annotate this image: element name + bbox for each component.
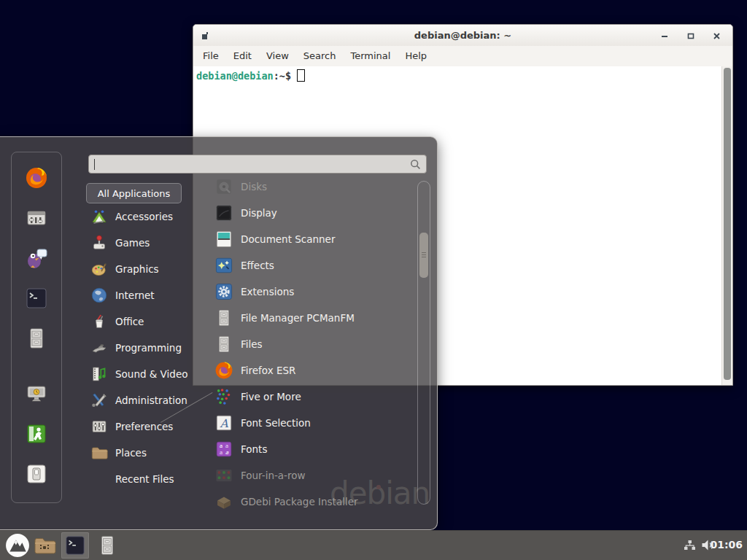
- category-office[interactable]: Office: [86, 308, 192, 335]
- programming-icon: [90, 339, 108, 357]
- category-label: Places: [115, 447, 147, 459]
- menu-search-box[interactable]: [88, 155, 427, 174]
- app-label: Disks: [241, 181, 267, 192]
- app-fonts[interactable]: aaaaFonts: [193, 436, 412, 462]
- app-five-or-more[interactable]: Five or More: [193, 384, 412, 410]
- category-label: Office: [115, 316, 144, 327]
- category-preferences[interactable]: Preferences: [86, 413, 192, 440]
- app-extensions[interactable]: Extensions: [193, 279, 412, 305]
- app-display[interactable]: Display: [193, 200, 412, 226]
- search-input[interactable]: [95, 157, 406, 171]
- app-gdebi-package-installer: GDebi Package Installer: [193, 489, 412, 511]
- category-graphics[interactable]: Graphics: [86, 256, 192, 282]
- maximize-icon[interactable]: [687, 32, 696, 41]
- favorite-lock-screen[interactable]: [25, 382, 48, 408]
- terminal-menu-terminal[interactable]: Terminal: [343, 46, 398, 66]
- terminal-icon: [25, 287, 48, 310]
- terminal-menu-edit[interactable]: Edit: [226, 46, 259, 66]
- file-cabinet-icon: [96, 534, 118, 556]
- category-all-applications[interactable]: All Applications: [86, 183, 182, 203]
- display-icon: [214, 203, 233, 222]
- menu-scrollbar[interactable]: [417, 181, 430, 505]
- places-icon: [90, 444, 108, 462]
- category-label: Sound & Video: [115, 368, 187, 380]
- app-label: Files: [241, 338, 263, 350]
- app-document-scanner[interactable]: Document Scanner: [193, 226, 412, 252]
- scanner-icon: [214, 230, 233, 249]
- taskbar-button-file-manager-desktop[interactable]: [31, 532, 58, 559]
- terminal-menu-file[interactable]: File: [196, 46, 226, 66]
- favorite-messenger[interactable]: [25, 246, 48, 273]
- terminal-scrollbar[interactable]: [721, 66, 732, 385]
- svg-text:A: A: [219, 417, 228, 430]
- category-games[interactable]: Games: [86, 230, 192, 256]
- app-label: Extensions: [241, 286, 294, 298]
- sound-video-icon: [90, 365, 108, 383]
- network-tray-icon[interactable]: [684, 540, 696, 551]
- file-cabinet-icon: [25, 327, 48, 350]
- category-places[interactable]: Places: [86, 440, 192, 466]
- category-label: Graphics: [115, 263, 159, 275]
- terminal-menu-search[interactable]: Search: [296, 46, 344, 66]
- favorite-firefox[interactable]: [25, 166, 48, 192]
- app-firefox-esr[interactable]: Firefox ESR: [193, 357, 412, 384]
- games-icon: [90, 234, 108, 252]
- extensions-icon: [214, 282, 233, 301]
- font-selection-icon: A: [214, 413, 233, 432]
- svg-text:a: a: [220, 449, 222, 456]
- terminal-menubar: FileEditViewSearchTerminalHelp: [193, 46, 732, 67]
- taskbar-button-terminal[interactable]: [61, 532, 89, 559]
- pidgin-icon: [25, 246, 48, 270]
- category-recent-files[interactable]: Recent Files: [86, 466, 192, 492]
- app-label: File Manager PCManFM: [241, 312, 355, 324]
- app-label: Font Selection: [241, 417, 311, 429]
- svg-text:a: a: [225, 443, 228, 449]
- favorite-control-center[interactable]: [25, 206, 48, 233]
- taskbar: 01:06: [0, 530, 747, 560]
- taskbar-folder-icon: [33, 534, 56, 557]
- graphics-icon: [90, 260, 108, 278]
- favorite-file-manager[interactable]: [25, 327, 48, 353]
- menu-scrollbar-thumb[interactable]: [419, 233, 428, 278]
- category-sound-video[interactable]: Sound & Video: [86, 361, 192, 387]
- minimize-icon[interactable]: [661, 32, 670, 41]
- five-or-more-icon: [214, 387, 233, 406]
- favorite-terminal[interactable]: [25, 287, 48, 313]
- app-label: Four-in-a-row: [241, 470, 306, 481]
- app-four-in-a-row: Four-in-a-row: [193, 462, 412, 489]
- prompt-path: :~$: [274, 70, 291, 82]
- app-label: Effects: [241, 260, 274, 271]
- favorite-log-out[interactable]: [25, 422, 48, 448]
- firefox-icon: [25, 166, 48, 190]
- app-files[interactable]: Files: [193, 331, 412, 357]
- favorite-shut-down[interactable]: [25, 462, 48, 489]
- category-accessories[interactable]: Accessories: [86, 203, 192, 230]
- screensaver-icon: [25, 382, 48, 405]
- taskbar-clock[interactable]: 01:06: [710, 539, 743, 551]
- category-administration[interactable]: Administration: [86, 387, 192, 413]
- svg-text:a: a: [220, 443, 222, 449]
- terminal-scrollbar-thumb[interactable]: [724, 68, 731, 380]
- internet-icon: [90, 287, 108, 304]
- terminal-menu-help[interactable]: Help: [398, 46, 434, 66]
- terminal-prompt: debian@debian:~$: [196, 69, 305, 82]
- close-icon[interactable]: [713, 32, 721, 41]
- administration-icon: [90, 392, 108, 409]
- terminal-titlebar[interactable]: debian@debian: ~: [193, 25, 732, 47]
- app-effects[interactable]: Effects: [193, 252, 412, 279]
- search-icon: [410, 159, 421, 170]
- control-center-icon: [25, 206, 48, 230]
- shutdown-icon: [25, 462, 48, 486]
- app-file-manager-pcmanfm[interactable]: File Manager PCManFM: [193, 305, 412, 331]
- terminal-icon: [64, 534, 86, 556]
- app-label: Firefox ESR: [241, 365, 295, 376]
- start-menu-button[interactable]: [5, 533, 30, 558]
- category-internet[interactable]: Internet: [86, 282, 192, 308]
- category-label: Programming: [115, 342, 182, 354]
- application-menu: All Applications AccessoriesGamesGraphic…: [0, 136, 438, 530]
- category-programming[interactable]: Programming: [86, 335, 192, 361]
- app-font-selection[interactable]: AFont Selection: [193, 410, 412, 436]
- terminal-menu-view[interactable]: View: [259, 46, 296, 66]
- app-label: Five or More: [241, 391, 301, 402]
- taskbar-button-files[interactable]: [93, 532, 121, 559]
